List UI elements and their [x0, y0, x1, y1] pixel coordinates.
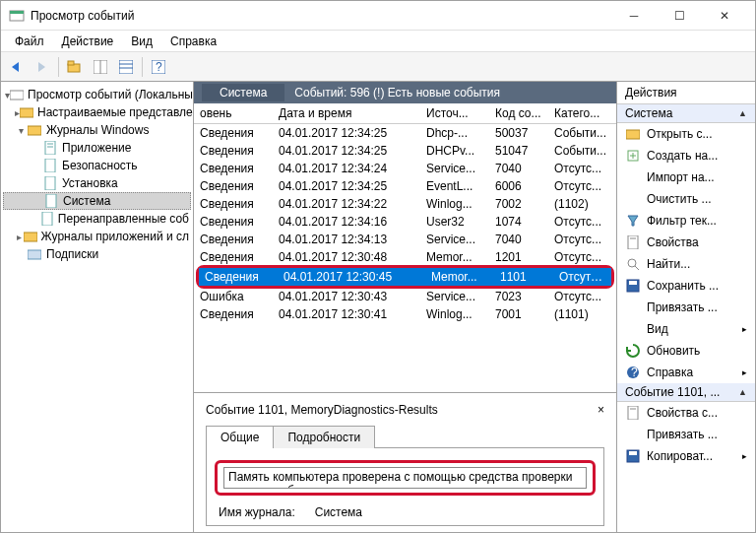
detail-tabs: Общие Подробности	[206, 425, 604, 448]
table-row[interactable]: Сведения04.01.2017 12:34:24Service...704…	[194, 160, 616, 177]
log-stats: Событий: 596 (!) Есть новые события	[294, 86, 500, 100]
action-item[interactable]: Привязать ...	[617, 424, 755, 445]
grid-header[interactable]: овень Дата и время Источ... Код со... Ка…	[194, 103, 616, 124]
action-item[interactable]: Очистить ...	[617, 188, 755, 210]
actions-pane: Действия Система▲ Открыть с...Создать на…	[617, 82, 755, 532]
actions-group-system[interactable]: Система▲	[617, 104, 755, 123]
table-row[interactable]: Сведения04.01.2017 12:34:22Winlog...7002…	[194, 195, 616, 213]
center-pane: Система Событий: 596 (!) Есть новые собы…	[194, 82, 617, 532]
table-row[interactable]: Сведения04.01.2017 12:34:25EventL...6006…	[194, 177, 616, 195]
action-item[interactable]: Открыть с...	[617, 123, 755, 145]
svg-rect-13	[28, 126, 41, 135]
tab-general[interactable]: Общие	[206, 426, 274, 448]
minimize-button[interactable]: ─	[611, 1, 657, 31]
nav-back-button[interactable]	[5, 55, 29, 79]
action-icon	[625, 300, 641, 315]
tree-forwarded[interactable]: Перенаправленные соб	[3, 210, 191, 228]
actions-group-event[interactable]: Событие 1101, ...▲	[617, 383, 755, 402]
nav-tree[interactable]: ▾Просмотр событий (Локальны ▸Настраиваем…	[1, 82, 194, 532]
toolbar-help-icon[interactable]: ?	[147, 55, 170, 79]
menu-action[interactable]: Действие	[54, 33, 122, 50]
action-item[interactable]: Свойства	[617, 232, 755, 253]
chevron-up-icon: ▲	[738, 108, 747, 118]
svg-point-29	[628, 259, 636, 267]
chevron-up-icon: ▲	[738, 387, 747, 397]
nav-forward-button[interactable]	[31, 55, 54, 79]
tree-system[interactable]: Система	[3, 192, 191, 210]
tree-subscriptions[interactable]: Подписки	[3, 245, 191, 263]
col-eventid[interactable]: Код со...	[489, 103, 548, 123]
action-item[interactable]: Создать на...	[617, 145, 755, 167]
tree-app-logs[interactable]: ▸Журналы приложений и сл	[3, 228, 191, 245]
svg-line-30	[635, 266, 639, 270]
event-grid[interactable]: овень Дата и время Источ... Код со... Ка…	[194, 103, 616, 392]
svg-rect-18	[45, 176, 55, 190]
svg-rect-19	[46, 194, 56, 208]
menubar: Файл Действие Вид Справка	[1, 31, 755, 52]
tree-security[interactable]: Безопасность	[3, 157, 191, 174]
tree-root[interactable]: ▾Просмотр событий (Локальны	[3, 86, 191, 103]
table-row[interactable]: Сведения04.01.2017 12:34:25DHCPv...51047…	[194, 142, 616, 160]
svg-rect-21	[24, 233, 37, 241]
menu-file[interactable]: Файл	[7, 33, 52, 50]
svg-text:?: ?	[631, 366, 638, 379]
toolbar-view-icon[interactable]	[89, 55, 112, 79]
detail-message-highlight: Память компьютера проверена с помощью ср…	[215, 460, 596, 496]
col-category[interactable]: Катего...	[548, 103, 616, 123]
table-row[interactable]: Сведения04.01.2017 12:30:45Memor...1101О…	[199, 268, 611, 286]
svg-rect-3	[68, 61, 74, 65]
detail-title: Событие 1101, MemoryDiagnostics-Results	[206, 403, 438, 417]
svg-text:?: ?	[156, 60, 162, 74]
action-icon	[625, 278, 641, 294]
table-row[interactable]: Ошибка04.01.2017 12:30:43Service...7023О…	[194, 288, 616, 305]
action-item[interactable]: Сохранить ...	[617, 275, 755, 297]
table-row[interactable]: Сведения04.01.2017 12:30:41Winlog...7001…	[194, 305, 616, 323]
label-log-name: Имя журнала:	[219, 505, 295, 519]
col-source[interactable]: Источ...	[420, 103, 489, 123]
detail-message: Память компьютера проверена с помощью ср…	[223, 467, 587, 489]
table-row[interactable]: Сведения04.01.2017 12:34:13Service...704…	[194, 231, 616, 248]
actions-title: Действия	[617, 82, 755, 104]
tree-setup[interactable]: Установка	[3, 174, 191, 192]
table-row[interactable]: Сведения04.01.2017 12:34:25Dhcp-...50037…	[194, 124, 616, 142]
svg-rect-20	[42, 212, 52, 226]
svg-rect-32	[629, 281, 637, 285]
close-button[interactable]: ✕	[702, 1, 747, 31]
tab-details[interactable]: Подробности	[273, 426, 375, 448]
svg-rect-22	[28, 250, 41, 259]
col-level[interactable]: овень	[194, 103, 273, 123]
action-item[interactable]: Вид▸	[617, 318, 755, 340]
table-row[interactable]: Сведения04.01.2017 12:34:16User321074Отс…	[194, 213, 616, 231]
action-icon	[625, 191, 641, 207]
menu-view[interactable]: Вид	[123, 33, 160, 50]
action-item[interactable]: Фильтр тек...	[617, 210, 755, 232]
toolbar-open-icon[interactable]	[63, 55, 87, 79]
col-datetime[interactable]: Дата и время	[273, 103, 420, 123]
maximize-button[interactable]: ☐	[657, 1, 702, 31]
action-item[interactable]: ?Справка▸	[617, 362, 755, 383]
tree-windows-logs[interactable]: ▾Журналы Windows	[3, 121, 191, 139]
svg-rect-35	[628, 406, 638, 420]
chevron-right-icon: ▸	[742, 367, 747, 377]
toolbar-props-icon[interactable]	[114, 55, 138, 79]
action-icon	[625, 343, 641, 359]
svg-rect-1	[10, 11, 24, 14]
svg-rect-27	[628, 235, 638, 249]
action-item[interactable]: Привязать ...	[617, 297, 755, 318]
svg-rect-23	[626, 130, 640, 139]
action-icon	[625, 321, 641, 337]
svg-rect-17	[45, 159, 55, 172]
action-item[interactable]: Обновить	[617, 340, 755, 362]
tree-application[interactable]: Приложение	[3, 139, 191, 157]
svg-rect-6	[119, 60, 133, 74]
menu-help[interactable]: Справка	[162, 33, 224, 50]
action-item[interactable]: Копироват...▸	[617, 445, 755, 467]
action-item[interactable]: Найти...	[617, 253, 755, 275]
titlebar: Просмотр событий ─ ☐ ✕	[1, 1, 755, 31]
detail-close-icon[interactable]: ×	[598, 403, 604, 417]
tree-custom-views[interactable]: ▸Настраиваемые представле	[3, 103, 191, 121]
app-icon	[9, 8, 25, 24]
action-item[interactable]: Импорт на...	[617, 167, 755, 188]
table-row[interactable]: Сведения04.01.2017 12:30:48Memor...1201О…	[194, 248, 616, 266]
action-item[interactable]: Свойства с...	[617, 402, 755, 424]
